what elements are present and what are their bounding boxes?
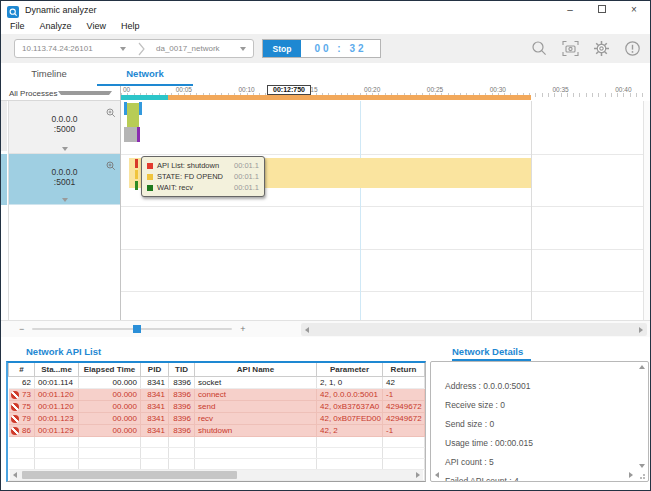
table-row[interactable]: 7900:01.12300.00083418396recv42, 0xB07FE… — [9, 412, 425, 424]
event-marker-api[interactable] — [135, 159, 138, 168]
about-info-icon[interactable] — [623, 39, 642, 58]
minimap-row-2 — [1, 154, 7, 205]
tooltip-time: 00:01.1 — [234, 172, 259, 181]
failed-api-icon — [11, 403, 19, 411]
column-header[interactable]: TID — [169, 363, 195, 376]
scrollbar-thumb[interactable] — [22, 471, 237, 479]
table-cell — [317, 447, 383, 458]
table-cell: 8396 — [169, 376, 195, 388]
table-row[interactable]: 7300:01.12000.00083418396connect42, 0.0.… — [9, 388, 425, 400]
resize-grip[interactable] — [639, 472, 646, 479]
search-icon[interactable] — [530, 39, 549, 58]
table-cell: 8341 — [141, 412, 169, 424]
table-cell: 79 — [9, 412, 35, 424]
process-row-header-5000[interactable]: 0.0.0.0 :5000 — [9, 101, 120, 154]
timeline-control-bar: − + — [1, 320, 650, 337]
time-cursor-label[interactable]: 00:12:750 — [267, 85, 311, 95]
row-separator — [121, 154, 643, 155]
tooltip-row: API List: shutdown00:01.1 — [147, 160, 259, 171]
column-header[interactable]: Sta...me — [35, 363, 79, 376]
zoom-in-row-icon[interactable] — [106, 104, 116, 122]
breadcrumb-chevron-icon — [133, 40, 149, 57]
table-row[interactable]: 8600:01.12900.00083418396shutdown42, 2-1 — [9, 424, 425, 436]
table-row[interactable]: 7500:01.12000.00083418396send42, 0xB3763… — [9, 400, 425, 412]
column-header[interactable]: PID — [141, 363, 169, 376]
table-cell — [169, 436, 195, 447]
process-address: 0.0.0.0 — [9, 114, 120, 124]
column-header[interactable]: Parameter — [317, 363, 383, 376]
screenshot-icon[interactable] — [561, 39, 580, 58]
details-vertical-scrollbar[interactable] — [637, 365, 646, 468]
timeline-canvas[interactable]: API List: shutdown00:01.1STATE: FD OPEND… — [121, 101, 643, 320]
project-dropdown[interactable]: da_0017_network — [149, 40, 253, 57]
stop-button[interactable]: Stop — [263, 40, 301, 57]
event-block-gray[interactable] — [124, 127, 137, 142]
process-row-header-5001[interactable]: 0.0.0.0 :5001 — [9, 154, 120, 205]
zoom-out-button[interactable]: − — [19, 321, 24, 337]
scroll-left-icon[interactable] — [13, 472, 17, 478]
menu-file[interactable]: File — [10, 21, 25, 31]
menu-analyze[interactable]: Analyze — [40, 21, 72, 31]
scroll-down-icon[interactable] — [639, 464, 645, 468]
timeline-minimap[interactable] — [1, 101, 9, 320]
zoom-slider-handle[interactable] — [133, 325, 141, 333]
expand-row-icon[interactable] — [62, 147, 68, 151]
table-cell: send — [195, 400, 317, 412]
expand-row-icon[interactable] — [62, 198, 68, 202]
column-header[interactable]: API Name — [195, 363, 317, 376]
settings-gear-icon[interactable] — [592, 39, 611, 58]
network-api-list-tab[interactable]: Network API List — [6, 346, 426, 361]
minimize-button[interactable]: – — [564, 4, 576, 15]
table-cell: 00:01.120 — [35, 400, 79, 412]
device-dropdown[interactable]: 10.113.74.24:26101 — [15, 40, 133, 57]
scroll-right-icon[interactable] — [639, 327, 643, 333]
tab-network[interactable]: Network — [97, 63, 193, 86]
event-block-purple[interactable] — [137, 127, 140, 142]
table-cell — [9, 447, 35, 458]
column-header[interactable]: Return — [383, 363, 425, 376]
table-row[interactable]: 6200:01.11400.00083418396socket2, 1, 042 — [9, 376, 425, 388]
table-cell: 8396 — [169, 424, 195, 436]
scroll-up-icon[interactable] — [639, 365, 645, 369]
menu-view[interactable]: View — [87, 21, 106, 31]
timeline-horizontal-scrollbar[interactable] — [301, 323, 647, 336]
table-cell: 42, 0xB07FED00 — [317, 412, 383, 424]
tooltip-row: WAIT: recv00:01.1 — [147, 182, 259, 193]
details-horizontal-scrollbar[interactable] — [433, 471, 635, 479]
table-cell — [79, 447, 141, 458]
table-horizontal-scrollbar[interactable] — [10, 470, 423, 480]
zoom-in-button[interactable]: + — [240, 321, 245, 337]
process-filter-dropdown[interactable]: All Processes — [1, 86, 121, 101]
tooltip-row: STATE: FD OPEND00:01.1 — [147, 171, 259, 182]
event-marker-state[interactable] — [135, 170, 138, 179]
legend-swatch-icon — [147, 185, 153, 191]
scroll-right-icon[interactable] — [416, 472, 420, 478]
chevron-down-icon — [240, 47, 246, 51]
zoom-slider-track[interactable] — [32, 328, 232, 330]
table-cell: 42, 0xB37637A0 — [317, 400, 383, 412]
table-cell: 8341 — [141, 388, 169, 400]
table-cell: 75 — [9, 400, 35, 412]
menu-help[interactable]: Help — [121, 21, 140, 31]
table-cell: 00.000 — [79, 412, 141, 424]
table-cell — [317, 436, 383, 447]
network-details-title: Network Details — [430, 346, 649, 361]
table-cell: 42949672 — [383, 400, 425, 412]
network-details-panel: Network Details Address : 0.0.0.0:5001Re… — [430, 346, 649, 482]
zoom-in-row-icon[interactable] — [106, 157, 116, 175]
detail-line: Send size : 0 — [431, 419, 648, 429]
scroll-left-icon[interactable] — [435, 472, 439, 478]
column-header[interactable]: Elapsed Time — [79, 363, 141, 376]
device-dropdown-value: 10.113.74.24:26101 — [22, 44, 93, 53]
event-marker-wait[interactable] — [135, 181, 138, 190]
table-cell: 00.000 — [79, 424, 141, 436]
scroll-left-icon[interactable] — [305, 327, 309, 333]
vertical-scrollbar[interactable] — [643, 101, 650, 320]
table-cell: 42949672 — [383, 412, 425, 424]
close-button[interactable]: × — [628, 4, 640, 15]
maximize-button[interactable] — [596, 4, 608, 15]
tab-timeline[interactable]: Timeline — [1, 63, 97, 86]
column-header[interactable]: # — [9, 363, 35, 376]
event-block-blue[interactable] — [139, 102, 142, 115]
scroll-right-icon[interactable] — [629, 472, 633, 478]
